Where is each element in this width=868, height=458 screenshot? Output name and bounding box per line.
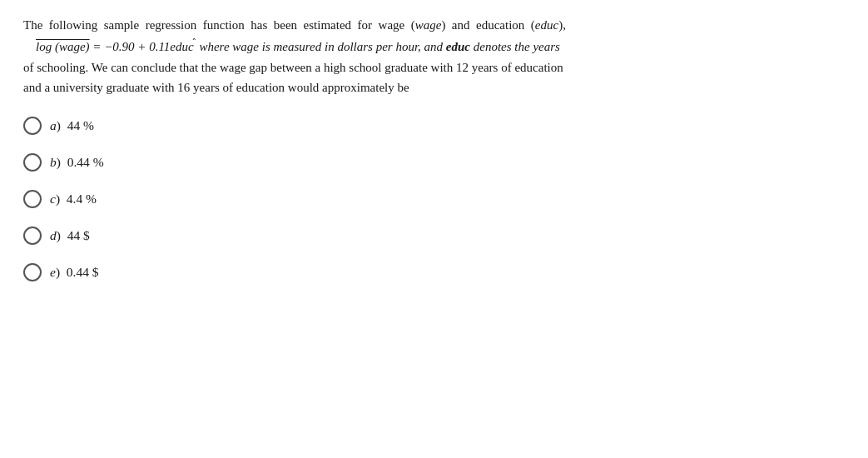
- radio-c[interactable]: [23, 190, 42, 208]
- radio-a[interactable]: [23, 117, 42, 135]
- options-list: a) 44 % b) 0.44 % c) 4.4 % d) 44 $ e) 0.…: [23, 117, 845, 281]
- option-c[interactable]: c) 4.4 %: [23, 190, 845, 208]
- option-d-label: d) 44 $: [50, 228, 90, 243]
- option-d[interactable]: d) 44 $: [23, 227, 845, 245]
- option-c-label: c) 4.4 %: [50, 192, 97, 207]
- option-e[interactable]: e) 0.44 $: [23, 263, 845, 281]
- question-container: The following sample regression function…: [23, 15, 845, 281]
- option-b-label: b) 0.44 %: [50, 155, 104, 170]
- option-e-label: e) 0.44 $: [50, 265, 99, 280]
- option-a[interactable]: a) 44 %: [23, 117, 845, 135]
- continuation-text: of schooling. We can conclude that the w…: [23, 61, 563, 74]
- option-b[interactable]: b) 0.44 %: [23, 153, 845, 172]
- radio-b[interactable]: [23, 153, 42, 172]
- radio-d[interactable]: [23, 227, 42, 245]
- question-text: The following sample regression function…: [23, 15, 845, 98]
- intro-text: The following sample regression function…: [23, 18, 566, 32]
- option-a-label: a) 44 %: [50, 118, 94, 133]
- continuation-text-2: and a university graduate with 16 years …: [23, 81, 409, 94]
- radio-e[interactable]: [23, 263, 42, 281]
- equation-line: log (wage) = −0.90 + 0.11educ ̂ where wa…: [23, 40, 560, 53]
